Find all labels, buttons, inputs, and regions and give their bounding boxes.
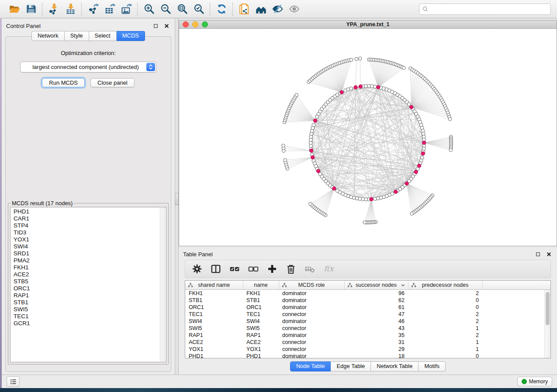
network-graph[interactable]	[179, 29, 557, 246]
table-scrollbar-thumb[interactable]	[546, 292, 550, 325]
mcds-result-item[interactable]: SWI5	[14, 306, 160, 313]
task-history-button[interactable]	[7, 376, 20, 387]
mcds-result-item[interactable]: ACE2	[14, 271, 160, 278]
cell-mcds-role[interactable]: dominator	[279, 297, 344, 304]
cell-mcds-role[interactable]: connector	[279, 311, 344, 318]
table-row[interactable]: SWI4SWI4dominator462	[185, 318, 550, 325]
tab-mcds[interactable]: MCDS	[117, 31, 145, 41]
mcds-result-item[interactable]: YOX1	[14, 236, 160, 243]
table-settings-icon[interactable]	[190, 262, 204, 275]
cell-mcds-role[interactable]: dominator	[279, 318, 344, 325]
cell-successor-nodes[interactable]: 46	[344, 318, 408, 325]
cell-name[interactable]: ORC1	[243, 304, 279, 311]
mcds-result-item[interactable]: PHD1	[14, 208, 160, 215]
optimization-criterion-select[interactable]: largest connected component (undirected)	[20, 62, 156, 72]
table-scrollbar[interactable]	[544, 290, 550, 358]
mcds-result-list[interactable]: PHD1CAR1STP4TID3YOX1SWI4SRD1PMA2FKH1ACE2…	[10, 207, 166, 362]
mcds-result-item[interactable]: STB5	[14, 278, 160, 285]
network-window-titlebar[interactable]: YPA_prune.txt_1	[179, 21, 557, 29]
cell-predecessor-nodes[interactable]: 0	[408, 297, 482, 304]
cell-successor-nodes[interactable]: 96	[344, 290, 408, 297]
table-row[interactable]: RAP1RAP1dominator352	[185, 332, 550, 339]
cell-predecessor-nodes[interactable]: 1	[408, 339, 482, 346]
float-panel-icon[interactable]	[535, 251, 541, 257]
cell-successor-nodes[interactable]: 35	[344, 332, 408, 339]
export-table-icon[interactable]	[103, 2, 117, 16]
mcds-result-item[interactable]: PMA2	[14, 257, 160, 264]
column-header-name[interactable]: name	[243, 281, 279, 290]
close-panel-button[interactable]: Close panel	[90, 78, 135, 87]
cell-name[interactable]: PHD1	[243, 353, 279, 358]
network-file-icon[interactable]	[237, 2, 251, 16]
cell-predecessor-nodes[interactable]: 0	[408, 304, 482, 311]
column-header-predecessor-nodes[interactable]: predecessor nodes	[408, 281, 482, 290]
mcds-result-item[interactable]: ORC1	[14, 285, 160, 292]
save-session-icon[interactable]	[24, 2, 38, 16]
cell-name[interactable]: SWI4	[243, 318, 279, 325]
cell-shared-name[interactable]: ORC1	[185, 304, 243, 311]
mcds-result-item[interactable]: STP4	[14, 222, 160, 229]
tab-network-table[interactable]: Network Table	[371, 361, 419, 371]
cell-name[interactable]: RAP1	[243, 332, 279, 339]
result-list-scrollbar[interactable]	[160, 208, 166, 361]
cell-predecessor-nodes[interactable]: 1	[408, 346, 482, 353]
network-canvas[interactable]	[179, 29, 557, 246]
cell-mcds-role[interactable]: connector	[279, 325, 344, 332]
mcds-result-item[interactable]: FKH1	[14, 264, 160, 271]
minimize-window-icon[interactable]	[192, 21, 198, 28]
cell-mcds-role[interactable]: dominator	[279, 353, 344, 358]
split-panel-icon[interactable]	[209, 262, 222, 275]
vertical-splitter[interactable]	[175, 18, 179, 375]
search-box[interactable]	[419, 3, 551, 15]
cell-shared-name[interactable]: SWI4	[185, 318, 243, 325]
zoom-selected-icon[interactable]	[192, 2, 206, 16]
table-row[interactable]: YOX1YOX1connector291	[185, 346, 550, 353]
cell-successor-nodes[interactable]: 47	[344, 311, 408, 318]
close-panel-icon[interactable]	[164, 23, 170, 29]
table-row[interactable]: ACE2ACE2connector311	[185, 339, 550, 346]
mcds-result-item[interactable]: CAR1	[14, 215, 160, 222]
table-row[interactable]: FKH1FKH1dominator962	[185, 290, 550, 297]
cell-name[interactable]: SWI5	[243, 325, 279, 332]
zoom-fit-icon[interactable]	[175, 2, 189, 16]
delete-column-icon[interactable]	[284, 262, 298, 275]
cell-shared-name[interactable]: PHD1	[185, 353, 243, 358]
splitter-handle[interactable]	[175, 193, 179, 205]
tab-motifs[interactable]: Motifs	[419, 361, 446, 371]
run-mcds-button[interactable]: Run MCDS	[42, 78, 85, 87]
tab-style[interactable]: Style	[65, 31, 89, 41]
cell-successor-nodes[interactable]: 43	[344, 325, 408, 332]
open-session-icon[interactable]	[7, 2, 21, 16]
cell-shared-name[interactable]: SWI5	[185, 325, 243, 332]
mcds-result-item[interactable]: STB1	[14, 299, 160, 306]
search-input[interactable]	[431, 5, 548, 13]
mcds-result-item[interactable]: SRD1	[14, 250, 160, 257]
cell-mcds-role[interactable]: connector	[279, 339, 344, 346]
cell-predecessor-nodes[interactable]: 1	[408, 325, 482, 332]
cell-successor-nodes[interactable]: 29	[344, 346, 408, 353]
tab-edge-table[interactable]: Edge Table	[331, 361, 371, 371]
column-header-mcds-role[interactable]: MCDS role	[279, 281, 344, 290]
cell-predecessor-nodes[interactable]: 2	[408, 311, 482, 318]
deselect-all-icon[interactable]	[247, 262, 260, 275]
memory-button[interactable]: Memory	[517, 377, 552, 386]
table-row[interactable]: SWI5SWI5connector431	[185, 325, 550, 332]
apply-layout-icon[interactable]	[214, 2, 228, 16]
cell-shared-name[interactable]: RAP1	[185, 332, 243, 339]
hide-graphics-details-icon[interactable]	[270, 2, 284, 16]
zoom-out-icon[interactable]	[159, 2, 173, 16]
cell-predecessor-nodes[interactable]: 2	[408, 290, 482, 297]
float-panel-icon[interactable]	[153, 23, 159, 29]
cell-successor-nodes[interactable]: 18	[344, 353, 408, 358]
cell-predecessor-nodes[interactable]: 2	[408, 332, 482, 339]
cell-successor-nodes[interactable]: 31	[344, 339, 408, 346]
table-row[interactable]: PHD1PHD1dominator180	[185, 353, 550, 358]
maximize-window-icon[interactable]	[202, 21, 208, 28]
mcds-result-item[interactable]: TID3	[14, 229, 160, 236]
tab-select[interactable]: Select	[89, 31, 117, 41]
mcds-result-item[interactable]: TEC1	[14, 313, 160, 320]
cell-name[interactable]: YOX1	[243, 346, 279, 353]
cell-mcds-role[interactable]: dominator	[279, 332, 344, 339]
cell-shared-name[interactable]: ACE2	[185, 339, 243, 346]
close-panel-icon[interactable]	[546, 251, 552, 257]
